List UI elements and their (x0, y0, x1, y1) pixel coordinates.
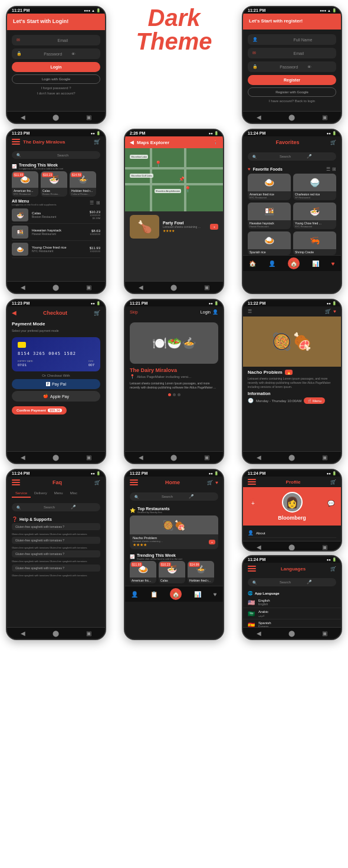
profile-hamburger-icon[interactable] (248, 479, 256, 485)
list-icon[interactable]: ☰ (90, 200, 94, 205)
splash-login-icon[interactable]: 👤 (212, 309, 218, 315)
fav-card-2[interactable]: 🍱 Hawaiian haystack Hawaii Restaurant (248, 203, 291, 229)
reg-nav-back[interactable]: ◀ (257, 114, 261, 120)
faq-tab-delivery[interactable]: Delivery (31, 490, 51, 498)
food-card-2[interactable]: 🍲 $14.59 Hokkien fried r... Cultural Res… (70, 171, 96, 197)
login-button[interactable]: Login (12, 62, 100, 72)
faq-hamburger-icon[interactable] (12, 479, 20, 485)
faq-search[interactable]: 🔍 Search 🎤 (12, 503, 100, 511)
confirm-payment-button[interactable]: Confirm Payment $55.36 (12, 406, 67, 415)
register-button[interactable]: Register (248, 75, 336, 85)
forgot-password-link[interactable]: I forgot password ? (12, 86, 100, 90)
home-heart-icon[interactable]: ♥ (215, 480, 218, 485)
menu-item-1[interactable]: 🍱 Hawaiian haystack Hawaii Restaurant $8… (12, 224, 100, 241)
fav-nav-center-btn[interactable]: 🏠 (288, 257, 300, 269)
checkout-cart-icon[interactable]: 🛒 (94, 310, 100, 316)
fav-grid-icon[interactable]: ⊞ (332, 167, 336, 172)
home-mic-icon[interactable]: 🎤 (189, 494, 214, 499)
nav-home-icon[interactable]: ⬤ (52, 114, 59, 120)
lang-item-spanish[interactable]: 🇪🇸 Spanish Espana (243, 619, 341, 627)
reg-nav-home[interactable]: ⬤ (288, 114, 295, 120)
map-food-btn[interactable]: + (210, 224, 218, 230)
cart-icon[interactable]: 🛒 (94, 139, 100, 145)
grid-icon[interactable]: ⊞ (96, 200, 100, 205)
fav-card-4[interactable]: 🍛 Spanish rice (248, 231, 291, 255)
have-account-link[interactable]: I have account? Back to login (248, 99, 336, 103)
maps-location-icon[interactable]: 📍 (213, 140, 218, 145)
profile-add-btn[interactable]: + (248, 498, 258, 509)
hamburger-icon[interactable] (12, 139, 20, 145)
maps-back-btn[interactable]: ◀ (130, 139, 134, 145)
lang-item-arabic[interactable]: 🇸🇦 Arabic عربى (243, 608, 341, 619)
no-account-link[interactable]: I don't have an account? (12, 92, 100, 95)
lang-cart-icon[interactable]: 🛒 (330, 566, 336, 572)
faq-cart-icon[interactable]: 🛒 (94, 480, 100, 485)
fav-card-3[interactable]: 🍜 Young Chow fried ... NYC Restaurant (293, 203, 336, 229)
nacho-menu-icon[interactable]: ☰ (248, 309, 252, 314)
nav-back-icon[interactable]: ◀ (21, 114, 25, 120)
fav-nav-chart[interactable]: 📊 (312, 260, 319, 267)
nacho-cart-icon[interactable]: 🛒 (325, 309, 331, 314)
nacho-heart-icon[interactable]: ♥ (333, 309, 336, 314)
fav-card-1[interactable]: 🍚 Charleston red rice SF Restaurant (293, 174, 336, 200)
home-nav-chart[interactable]: 📊 (194, 591, 201, 598)
faq-item-2[interactable]: Gluten-free spaghetti with tomatoes ? (12, 550, 100, 557)
nacho-menu-button[interactable]: 🍴 Menu (304, 397, 325, 404)
checkout-back-btn[interactable]: ◀ (12, 309, 17, 316)
faq-tab-misc[interactable]: Misc (67, 490, 81, 498)
profile-cart-icon[interactable]: 🛒 (330, 479, 336, 485)
home-nav-heart[interactable]: ♥ (214, 591, 217, 598)
faq-tab-service[interactable]: Service (12, 490, 31, 498)
lang-search[interactable]: 🔍 Search 🎤 (248, 578, 336, 586)
reg-password-field[interactable]: 🔒 Password 👁 (248, 61, 336, 72)
reg-nav-recent[interactable]: ▣ (322, 114, 327, 120)
google-login-button[interactable]: Login with Google (12, 74, 100, 84)
home-search[interactable]: 🔍 Search 🎤 (130, 492, 218, 501)
home-hamburger-icon[interactable] (130, 479, 138, 485)
map-view[interactable]: Shoreline Lake Shoreline Golf Links Shor… (125, 148, 223, 211)
food-card-0[interactable]: 🍛 $11.93 American fric... NYC Restaurant (12, 171, 38, 197)
home-food-1[interactable]: 🍜 $10.23 Calas (159, 561, 185, 583)
paypal-button[interactable]: 🅿 Pay Pal (12, 379, 100, 389)
home-rest-card[interactable]: 🥘🍖 Nacho Problem Letraset sheets contain… (130, 515, 218, 549)
home-nav-home-btn[interactable]: 🏠 (170, 588, 182, 600)
menu-item-0[interactable]: 🍜 Calas Boston Restaurant $10.23 10/2/20… (12, 207, 100, 224)
home-food-0[interactable]: 🍛 $11.93 American fric... (130, 561, 156, 583)
fav-list-icon[interactable]: ☰ (326, 167, 330, 172)
lang-hamburger-icon[interactable] (248, 566, 256, 572)
rest-nav-recent[interactable]: ▣ (86, 284, 91, 291)
rest-nav-back[interactable]: ◀ (21, 284, 25, 291)
faq-mic-icon[interactable]: 🎤 (71, 505, 96, 510)
home-nav-list[interactable]: 📋 (150, 591, 157, 598)
faq-item-1[interactable]: Gluten-free spaghetti with tomatoes ? (12, 537, 100, 544)
lang-mic-icon[interactable]: 🎤 (307, 580, 331, 585)
fav-nav-home[interactable]: 🏠 (249, 260, 256, 267)
faq-item-0[interactable]: Gluten-free spaghetti with tomatoes ? (12, 523, 100, 530)
home-food-2[interactable]: 🍲 $14.99 Hokkien fried r... (188, 561, 214, 583)
fullname-field[interactable]: 👤 Full Name (248, 34, 336, 45)
fav-nav-heart[interactable]: ♥ (331, 260, 335, 267)
fav-mic-icon[interactable]: 🎤 (307, 154, 331, 159)
profile-chat-btn[interactable]: 💬 (326, 498, 336, 509)
faq-item-3[interactable]: Gluten-free spaghetti with tomatoes ? (12, 564, 100, 572)
google-register-button[interactable]: Register with Google (248, 87, 336, 97)
fav-nav-person[interactable]: 👤 (268, 260, 275, 267)
applepay-button[interactable]: 🍎 Apple Pay (12, 391, 100, 402)
lang-item-english[interactable]: 🇺🇸 English English (243, 597, 341, 608)
skip-button[interactable]: Skip (130, 310, 138, 314)
fav-card-0[interactable]: 🍛 American fried rice NYC Restaurant (248, 174, 291, 200)
food-card-1[interactable]: 🍜 $10.23 Calas Boston Restau... (41, 171, 67, 197)
fav-search[interactable]: 🔍 Search 🎤 (248, 152, 336, 161)
fav-cart-icon[interactable]: 🛒 (330, 140, 336, 145)
home-cart-icon[interactable]: 🛒 (207, 480, 213, 485)
nav-recent-icon[interactable]: ▣ (86, 114, 91, 120)
about-label[interactable]: About (256, 531, 265, 535)
rest-nav-home[interactable]: ⬤ (52, 284, 59, 291)
password-field[interactable]: 🔒 Password 👁 (12, 48, 100, 59)
email-field[interactable]: ✉ Email (12, 35, 100, 45)
fav-card-5[interactable]: 🦐 Shrimp Creole (293, 231, 336, 255)
home-nav-person[interactable]: 👤 (131, 591, 138, 598)
menu-item-2[interactable]: 🍛 Young Chow fried rice NYC Restaurant $… (12, 241, 100, 258)
faq-tab-menu[interactable]: Menu (51, 490, 67, 498)
home-rest-add-btn[interactable]: + (209, 540, 215, 544)
